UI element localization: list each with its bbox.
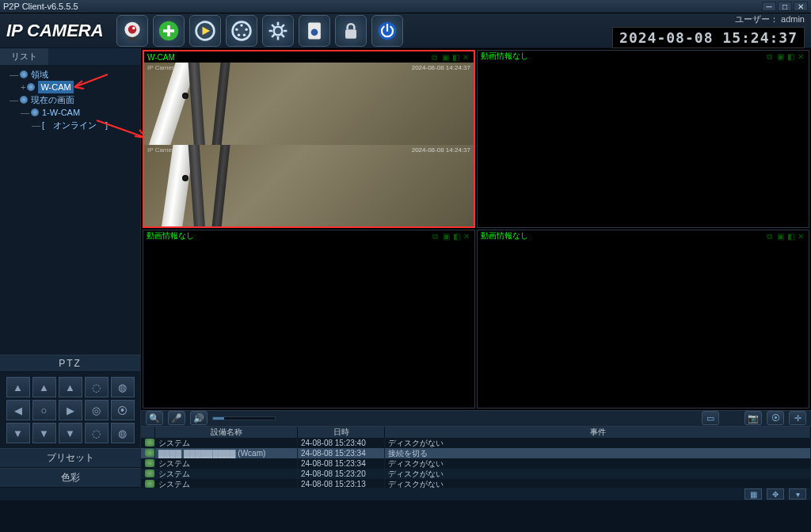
record-all-button[interactable]: ⦿ xyxy=(767,411,784,425)
cell-ctrl-icon[interactable]: ◧ xyxy=(453,232,461,240)
ptz-right[interactable]: ▶ xyxy=(59,400,82,420)
log-button[interactable] xyxy=(299,15,330,47)
target-button[interactable]: ✛ xyxy=(789,411,806,425)
record-button[interactable] xyxy=(226,15,257,47)
cell-ctrl-icon[interactable]: ✕ xyxy=(798,52,805,60)
close-button[interactable]: ✕ xyxy=(794,2,808,11)
cell-ctrl-icon[interactable]: ⧉ xyxy=(432,53,440,61)
speaker-button[interactable]: 🔊 xyxy=(190,411,208,425)
ptz-focus-out[interactable]: ◍ xyxy=(111,423,135,443)
ptz-zoom-out[interactable]: ◌ xyxy=(85,423,109,443)
camera-frame-bottom: 2024-08-08 14:24:37 xyxy=(144,145,474,227)
ptz-focus-in[interactable]: ◍ xyxy=(111,377,135,397)
cell-ctrl-icon[interactable]: ▣ xyxy=(777,232,785,240)
tab-list[interactable]: リスト xyxy=(0,48,48,65)
search-button[interactable]: 🔍 xyxy=(146,411,163,425)
settings-button[interactable] xyxy=(262,15,294,47)
tree-node-status[interactable]: —[ オンライン ] xyxy=(2,119,139,131)
row-event: ディスクがない xyxy=(385,469,811,479)
cell-ctrl-icon[interactable]: ◧ xyxy=(787,232,795,240)
video-cell-4[interactable]: 動画情報なし⧉▣◧✕ xyxy=(477,230,809,408)
video-cell-1[interactable]: W-CAM ⧉ ▣ ◧ ✕ 2024-08-08 14:24:37 2024-0… xyxy=(143,50,475,228)
webcam-icon xyxy=(121,20,143,42)
row-event: ディスクがない xyxy=(385,438,811,448)
svg-point-2 xyxy=(132,26,135,29)
video-cell-2[interactable]: 動画情報なし⧉▣◧✕ xyxy=(477,50,809,228)
ptz-zoom-in[interactable]: ◌ xyxy=(85,377,109,397)
cell-label: 動画情報なし xyxy=(481,51,528,62)
cell-ctrl-icon[interactable]: ✕ xyxy=(798,232,805,240)
camera-frame-top: 2024-08-08 14:24:37 xyxy=(144,63,474,145)
maximize-button[interactable]: □ xyxy=(778,2,792,11)
ptz-home[interactable]: ○ xyxy=(32,400,56,420)
cell-ctrl-icon[interactable]: ⧉ xyxy=(432,232,440,240)
power-button[interactable] xyxy=(371,15,403,47)
tree-node-current[interactable]: —現在の画面 xyxy=(2,93,139,106)
row-event: ディスクがない xyxy=(385,479,811,488)
row-icon xyxy=(145,459,154,467)
ptz-iris-in[interactable]: ◎ xyxy=(85,400,109,420)
svg-point-9 xyxy=(237,33,240,36)
plus-icon xyxy=(158,20,180,42)
row-icon xyxy=(145,439,154,446)
cell-ctrl-icon[interactable]: ⧉ xyxy=(767,232,775,240)
cell-ctrl-icon[interactable]: ▣ xyxy=(442,53,450,61)
tree-node-region[interactable]: —領域 xyxy=(2,68,139,81)
footer-strip: ▦ ✥ ▾ xyxy=(0,488,811,500)
mic-button[interactable]: 🎤 xyxy=(168,411,185,425)
cell-ctrl-icon[interactable]: ⧉ xyxy=(767,52,775,60)
play-icon xyxy=(194,20,216,42)
ptz-up3[interactable]: ▲ xyxy=(59,377,82,397)
cell-ctrl-icon[interactable]: ▣ xyxy=(777,52,785,60)
log-row[interactable]: ▓▓▓▓ ▓▓▓▓▓▓▓▓▓ (Wcam)24-08-08 15:23:34接続… xyxy=(141,448,811,458)
tree-node-group[interactable]: —1-W-CAM xyxy=(2,106,139,119)
add-button[interactable] xyxy=(153,15,185,47)
tree-node-wcam[interactable]: +W-CAM xyxy=(2,81,139,93)
cell-ctrl-icon[interactable]: ✕ xyxy=(463,232,471,240)
row-name: ▓▓▓▓ ▓▓▓▓▓▓▓▓▓ (Wcam) xyxy=(155,448,298,458)
power-icon xyxy=(376,20,398,42)
layout-grid-button[interactable]: ▦ xyxy=(744,488,762,500)
log-row[interactable]: システム24-08-08 15:23:20ディスクがない xyxy=(141,469,811,479)
gear-icon xyxy=(267,20,289,42)
cell-label: 動画情報なし xyxy=(147,230,194,241)
row-icon xyxy=(145,469,154,477)
row-name: システム xyxy=(155,469,298,479)
volume-slider[interactable] xyxy=(212,416,276,420)
ptz-up2[interactable]: ▲ xyxy=(32,377,56,397)
preset-header[interactable]: プリセット xyxy=(0,448,140,468)
row-time: 24-08-08 15:23:34 xyxy=(298,448,385,458)
fullscreen-button[interactable]: ✥ xyxy=(767,488,784,500)
minimize-button[interactable]: ─ xyxy=(762,2,776,11)
row-time: 24-08-08 15:23:20 xyxy=(298,469,385,479)
ptz-aux1[interactable]: ⦿ xyxy=(111,400,135,420)
ptz-left[interactable]: ◀ xyxy=(6,400,30,420)
side-tabs: リスト xyxy=(0,48,140,65)
video-cell-3[interactable]: 動画情報なし⧉▣◧✕ xyxy=(143,230,475,408)
col-event: 事件 xyxy=(385,427,811,438)
log-row[interactable]: システム24-08-08 15:23:13ディスクがない xyxy=(141,479,811,488)
cell-ctrl-icon[interactable]: ◧ xyxy=(452,53,460,61)
svg-point-6 xyxy=(240,24,243,27)
window-layout-button[interactable]: ▭ xyxy=(702,411,719,425)
ptz-down2[interactable]: ▼ xyxy=(32,423,56,443)
row-name: システム xyxy=(155,458,298,469)
ptz-down[interactable]: ▼ xyxy=(6,423,30,443)
snapshot-button[interactable]: 📷 xyxy=(744,411,762,425)
ptz-up[interactable]: ▲ xyxy=(6,377,30,397)
lock-button[interactable] xyxy=(335,15,367,47)
ptz-down3[interactable]: ▼ xyxy=(59,423,82,443)
log-row[interactable]: システム24-08-08 15:23:40ディスクがない xyxy=(141,438,811,448)
log-row[interactable]: システム24-08-08 15:23:34ディスクがない xyxy=(141,458,811,469)
color-header[interactable]: 色彩 xyxy=(0,468,140,488)
webcam-button[interactable] xyxy=(116,15,148,47)
collapse-button[interactable]: ▾ xyxy=(789,488,806,500)
ptz-controls: ▲ ▲ ▲ ◌ ◍ ◀ ○ ▶ ◎ ⦿ ▼ ▼ ▼ ◌ ◍ xyxy=(0,372,140,448)
cell-ctrl-icon[interactable]: ▣ xyxy=(443,232,451,240)
playback-button[interactable] xyxy=(189,15,221,47)
cell-ctrl-icon[interactable]: ✕ xyxy=(463,53,470,61)
globe-icon xyxy=(20,70,28,78)
cell-ctrl-icon[interactable]: ◧ xyxy=(787,52,795,60)
reel-icon xyxy=(230,20,253,42)
video-control-strip: 🔍 🎤 🔊 ▭ 📷 ⦿ ✛ xyxy=(141,410,811,426)
